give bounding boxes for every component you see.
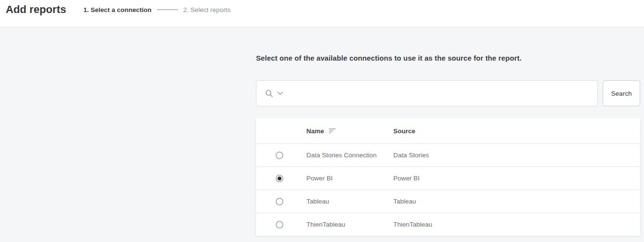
connection-name: Tableau bbox=[293, 198, 380, 205]
connection-source: Tableau bbox=[380, 198, 640, 205]
table-row[interactable]: TableauTableau bbox=[256, 190, 640, 213]
table-body: Data Stories ConnectionData StoriesPower… bbox=[256, 143, 640, 236]
sort-icon[interactable] bbox=[329, 128, 336, 133]
search-button[interactable]: Search bbox=[603, 80, 640, 106]
table-row[interactable]: ThienTableauThienTableau bbox=[256, 213, 640, 236]
search-icon bbox=[265, 89, 273, 98]
search-box[interactable] bbox=[256, 80, 598, 106]
column-header-source[interactable]: Source bbox=[380, 127, 640, 135]
connection-name: ThienTableau bbox=[293, 221, 380, 228]
connection-source: Data Stories bbox=[380, 152, 640, 159]
instruction-text: Select one of the available connections … bbox=[256, 27, 640, 62]
radio-button[interactable] bbox=[276, 221, 283, 229]
chevron-down-icon[interactable] bbox=[277, 91, 283, 95]
step-connector-line bbox=[157, 9, 178, 10]
column-header-name[interactable]: Name bbox=[293, 127, 380, 135]
radio-button[interactable] bbox=[276, 198, 283, 205]
table-row[interactable]: Power BIPower BI bbox=[256, 166, 640, 190]
radio-button[interactable] bbox=[276, 152, 283, 159]
radio-button[interactable] bbox=[276, 175, 283, 182]
step-select-connection[interactable]: 1. Select a connection bbox=[84, 6, 152, 13]
wizard-stepper: 1. Select a connection 2. Select reports bbox=[84, 3, 231, 16]
step-select-reports[interactable]: 2. Select reports bbox=[183, 6, 231, 13]
search-row: Search bbox=[256, 80, 640, 106]
connections-table: Name Source Data Stories ConnectionData … bbox=[256, 118, 640, 236]
connection-source: ThienTableau bbox=[380, 221, 640, 228]
connection-name: Data Stories Connection bbox=[293, 152, 380, 159]
table-row[interactable]: Data Stories ConnectionData Stories bbox=[256, 143, 640, 166]
connection-name: Power BI bbox=[293, 175, 380, 182]
table-header-row: Name Source bbox=[256, 118, 640, 143]
top-bar: Add reports 1. Select a connection 2. Se… bbox=[0, 0, 644, 27]
main-area: Select one of the available connections … bbox=[0, 27, 644, 242]
page-title: Add reports bbox=[6, 3, 66, 16]
search-input[interactable] bbox=[288, 81, 597, 106]
connection-source: Power BI bbox=[380, 175, 640, 182]
